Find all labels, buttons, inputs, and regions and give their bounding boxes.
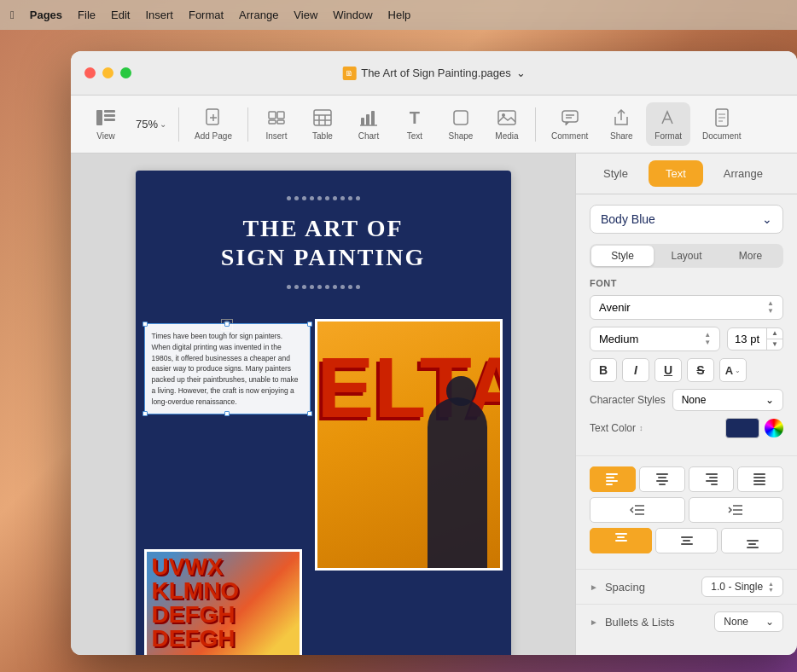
color-style-button[interactable]: A ⌄ — [719, 358, 747, 382]
dot — [294, 196, 299, 200]
apple-menu[interactable]:  — [10, 9, 15, 21]
color-swatch[interactable] — [725, 418, 759, 438]
color-wheel[interactable] — [765, 419, 783, 437]
handle-bl[interactable] — [143, 411, 148, 416]
menu-format[interactable]: Format — [189, 9, 224, 21]
align-left-button[interactable] — [590, 466, 636, 492]
toolbar-chart[interactable]: Chart — [347, 102, 390, 146]
toolbar-table[interactable]: Table — [301, 102, 344, 146]
decrease-indent-button[interactable] — [590, 497, 685, 523]
italic-button[interactable]: I — [622, 358, 649, 382]
text-box[interactable]: Times have been tough for sign painters.… — [144, 323, 311, 414]
dot — [325, 285, 329, 289]
subtab-style[interactable]: Style — [591, 246, 654, 266]
handle-tl[interactable] — [143, 322, 148, 327]
spacing-up[interactable]: ▲ — [768, 581, 774, 587]
dot — [310, 285, 314, 289]
text-color-row: Text Color ↕ — [590, 418, 783, 438]
maximize-button[interactable] — [120, 67, 131, 78]
spacing-down[interactable]: ▼ — [768, 587, 774, 593]
bullets-row: ► Bullets & Lists None ⌄ — [576, 605, 797, 639]
tab-style[interactable]: Style — [586, 160, 645, 187]
close-button[interactable] — [84, 67, 96, 78]
worker-head — [446, 376, 476, 406]
align-center-button[interactable] — [639, 466, 685, 492]
toolbar-text[interactable]: T Text — [393, 102, 436, 146]
valign-middle-button[interactable] — [655, 528, 718, 553]
font-size-arrows: ▲ ▼ — [766, 328, 782, 350]
valign-bottom-button[interactable] — [721, 528, 783, 553]
dot — [287, 196, 291, 200]
handle-br[interactable] — [307, 411, 312, 416]
font-weight-dropdown[interactable]: Medium ▲ ▼ — [590, 327, 720, 351]
dot — [302, 196, 306, 200]
handle-tm[interactable] — [224, 322, 230, 327]
indent-row — [590, 497, 783, 523]
text-color-chevron: ↕ — [639, 424, 643, 432]
align-right-button[interactable] — [689, 466, 735, 492]
valign-row — [590, 528, 783, 553]
spacing-chevron: ► — [590, 582, 598, 592]
share-icon — [611, 107, 631, 128]
char-styles-dropdown[interactable]: None ⌄ — [672, 389, 783, 411]
style-dropdown[interactable]: Body Blue ⌄ — [590, 205, 783, 234]
bullets-label: Bullets & Lists — [605, 616, 675, 629]
valign-top-button[interactable] — [590, 528, 652, 553]
menu-insert[interactable]: Insert — [145, 9, 173, 21]
align-grid — [590, 466, 783, 492]
toolbar-share[interactable]: Share — [600, 102, 643, 146]
handle-tr[interactable] — [307, 322, 312, 327]
menu-arrange[interactable]: Arrange — [239, 9, 278, 21]
bullets-dropdown[interactable]: None ⌄ — [714, 611, 783, 632]
align-justify-button[interactable] — [737, 466, 783, 492]
menu-view[interactable]: View — [294, 9, 317, 21]
toolbar-document[interactable]: Document — [694, 102, 750, 146]
font-family-dropdown[interactable]: Avenir ▲ ▼ — [590, 295, 783, 320]
app-menu[interactable]: Pages — [30, 9, 62, 21]
canvas-area[interactable]: The Art of Sign Painting — [71, 154, 575, 655]
sidebar: Style Text Arrange Body Blue ⌄ Style Lay… — [575, 154, 797, 655]
toolbar-shape[interactable]: Shape — [439, 102, 482, 146]
document-icon-toolbar — [712, 107, 732, 128]
page-header: The Art of Sign Painting — [136, 171, 511, 315]
svg-rect-21 — [498, 111, 515, 125]
view-icon — [96, 107, 116, 128]
toolbar-comment[interactable]: Comment — [543, 102, 596, 146]
toolbar-media[interactable]: Media — [486, 102, 528, 146]
toolbar-view[interactable]: View — [84, 102, 127, 146]
menu-window[interactable]: Window — [333, 9, 372, 21]
alignment-section — [576, 456, 797, 570]
text-icon: T — [404, 107, 425, 128]
tab-text[interactable]: Text — [649, 160, 703, 187]
comment-icon — [560, 107, 580, 128]
tab-arrange[interactable]: Arrange — [707, 160, 780, 187]
zoom-value: 75% — [136, 118, 158, 130]
bold-button[interactable]: B — [590, 358, 617, 382]
toolbar-format[interactable]: Format — [646, 102, 690, 146]
font-size-down[interactable]: ▼ — [767, 339, 782, 350]
menu-edit[interactable]: Edit — [111, 9, 130, 21]
strikethrough-button[interactable]: S — [687, 358, 714, 382]
underline-button[interactable]: U — [654, 358, 682, 382]
toolbar-table-label: Table — [312, 131, 333, 141]
dot — [317, 285, 322, 289]
font-size-up[interactable]: ▲ — [767, 328, 782, 339]
subtab-more[interactable]: More — [719, 246, 782, 266]
spacing-value-control[interactable]: 1.0 - Single ▲ ▼ — [701, 576, 783, 597]
menu-file[interactable]: File — [78, 9, 96, 21]
text-box-container[interactable]: Times have been tough for sign painters.… — [144, 323, 311, 414]
handle-bm[interactable] — [224, 411, 230, 416]
font-weight-arrows: ▲ ▼ — [704, 332, 711, 346]
toolbar-media-label: Media — [495, 131, 518, 141]
dot — [302, 285, 306, 289]
minimize-button[interactable] — [102, 67, 113, 78]
dot — [325, 196, 329, 200]
menu-help[interactable]: Help — [388, 9, 411, 21]
dot — [294, 285, 299, 289]
title-chevron[interactable]: ⌄ — [516, 67, 526, 79]
increase-indent-button[interactable] — [689, 497, 784, 523]
subtab-layout[interactable]: Layout — [655, 246, 718, 266]
toolbar-zoom[interactable]: 75% ⌄ — [131, 113, 172, 136]
toolbar-insert[interactable]: Insert — [255, 102, 298, 146]
toolbar-add-page[interactable]: Add Page — [186, 102, 241, 146]
